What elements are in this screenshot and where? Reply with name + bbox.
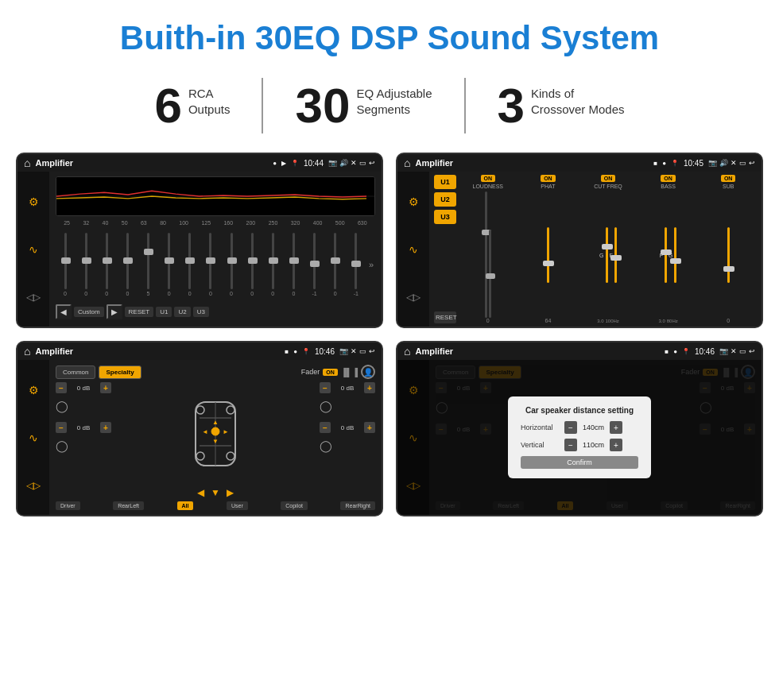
right-bot-plus[interactable]: +	[364, 422, 375, 433]
user-btn[interactable]: User	[227, 501, 248, 510]
eq-slider-9[interactable]: 0	[242, 233, 262, 296]
eq-slider-8[interactable]: 0	[222, 233, 241, 296]
horizontal-plus[interactable]: +	[610, 421, 622, 434]
home-icon-3[interactable]: ⌂	[24, 345, 30, 358]
eq-freq-labels: 253240506380100125160200250320400500630	[56, 219, 375, 226]
phat-label: PHAT	[541, 184, 555, 189]
fader-wave-icon[interactable]: ∿	[29, 431, 38, 444]
eq-slider-1[interactable]: 0	[76, 233, 95, 296]
fader-cam-icon: 📷	[339, 347, 348, 355]
loudness-on-badge[interactable]: ON	[481, 175, 496, 182]
crossover-u1-btn[interactable]: U1	[434, 175, 456, 189]
home-icon-2[interactable]: ⌂	[404, 157, 410, 169]
eq-wave-icon[interactable]: ∿	[29, 243, 38, 256]
eq-speaker-icon[interactable]: ◁▷	[26, 292, 41, 303]
confirm-btn[interactable]: Confirm	[521, 456, 638, 469]
fader-slider-icon: ▐▌▐	[341, 368, 358, 377]
stat-eq-number: 30	[295, 81, 350, 130]
crossover-back-icon[interactable]: ↩	[749, 159, 755, 167]
crossover-band-selector: U1 U2 U3 RESET	[434, 175, 456, 323]
right-top-plus[interactable]: +	[364, 382, 375, 393]
eq-slider-5[interactable]: 0	[160, 233, 179, 296]
eq-slider-7[interactable]: 0	[201, 233, 220, 296]
phat-on-badge[interactable]: ON	[541, 175, 556, 182]
eq-reset-btn[interactable]: RESET	[125, 307, 154, 317]
distance-location: 📍	[682, 348, 690, 355]
left-bot-minus[interactable]: −	[56, 422, 67, 433]
ctrl-sub: ON SUB 0	[700, 175, 757, 323]
crossover-tuner-icon[interactable]: ⚙	[409, 195, 419, 208]
eq-slider-10[interactable]: 0	[263, 233, 282, 296]
bass-on-badge[interactable]: ON	[661, 175, 676, 182]
all-btn[interactable]: All	[177, 501, 194, 510]
fader-on-badge[interactable]: ON	[323, 369, 338, 376]
eq-u3-btn[interactable]: U3	[193, 307, 209, 317]
eq-slider-0[interactable]: 0	[56, 233, 75, 296]
fader-time: 10:46	[315, 347, 335, 356]
eq-u2-btn[interactable]: U2	[174, 307, 190, 317]
crossover-u3-btn[interactable]: U3	[434, 210, 456, 224]
arrow-right[interactable]: ▶	[227, 487, 234, 498]
eq-next-btn[interactable]: ▶	[107, 304, 122, 319]
crossover-speaker-icon[interactable]: ◁▷	[406, 292, 421, 303]
eq-play: ▶	[281, 160, 286, 167]
eq-slider-14[interactable]: -1	[347, 233, 366, 296]
arrow-left[interactable]: ◀	[197, 487, 204, 498]
left-bot-val: 0 dB	[69, 424, 98, 431]
fader-tuner-icon[interactable]: ⚙	[29, 384, 39, 396]
eq-tuner-icon[interactable]: ⚙	[29, 195, 39, 208]
eq-prev-btn[interactable]: ◀	[56, 304, 72, 319]
stat-crossover-number: 3	[498, 81, 525, 130]
crossover-u2-btn[interactable]: U2	[434, 192, 456, 207]
vertical-plus[interactable]: +	[610, 439, 622, 451]
distance-dialog-overlay: Car speaker distance setting Horizontal …	[397, 360, 762, 515]
distance-vol-icon: ✕	[731, 347, 737, 355]
fader-back-icon[interactable]: ↩	[369, 347, 375, 355]
eq-custom-btn[interactable]: Custom	[74, 307, 104, 317]
crossover-time: 10:45	[684, 159, 703, 168]
arrow-down[interactable]: ▼	[211, 487, 220, 498]
eq-slider-4[interactable]: 5	[139, 233, 158, 296]
distance-back-icon[interactable]: ↩	[749, 347, 755, 355]
right-top-minus[interactable]: −	[320, 382, 331, 393]
horizontal-minus[interactable]: −	[564, 421, 577, 434]
sub-label: SUB	[723, 184, 734, 189]
eq-next-arrow[interactable]: »	[367, 258, 375, 271]
sub-on-badge[interactable]: ON	[721, 175, 736, 182]
crossover-reset-btn[interactable]: RESET	[434, 311, 456, 323]
svg-text:►: ►	[223, 428, 229, 435]
left-top-plus[interactable]: +	[100, 382, 111, 393]
tab-specialty[interactable]: Specialty	[99, 365, 141, 379]
crossover-wave-icon[interactable]: ∿	[409, 243, 418, 256]
rear-left-btn[interactable]: RearLeft	[113, 501, 144, 510]
eq-slider-12[interactable]: -1	[305, 233, 324, 296]
home-icon[interactable]: ⌂	[24, 157, 30, 169]
eq-back-icon[interactable]: ↩	[369, 159, 375, 167]
tab-common[interactable]: Common	[56, 365, 95, 379]
left-bot-plus[interactable]: +	[100, 422, 111, 433]
eq-slider-2[interactable]: 0	[97, 233, 116, 296]
eq-slider-6[interactable]: 0	[180, 233, 200, 296]
vertical-minus[interactable]: −	[564, 439, 577, 451]
home-icon-4[interactable]: ⌂	[404, 345, 410, 358]
eq-slider-11[interactable]: 0	[284, 233, 303, 296]
fader-status-bar: ⌂ Amplifier ■ ● 📍 10:46 📷 ✕ ▭ ↩	[17, 342, 382, 360]
right-bot-minus[interactable]: −	[320, 422, 331, 433]
eq-slider-13[interactable]: 0	[326, 233, 345, 296]
fader-speaker-icon[interactable]: ◁▷	[26, 480, 41, 491]
eq-sliders-row: 0 0 0 0 5 0 0 0 0 0 0 0 -1 0 -1 »	[56, 230, 375, 299]
person-icon: 👤	[361, 365, 375, 379]
eq-u1-btn[interactable]: U1	[156, 307, 172, 317]
left-top-minus[interactable]: −	[56, 382, 67, 393]
driver-btn[interactable]: Driver	[56, 501, 80, 510]
svg-point-10	[211, 427, 219, 435]
distance-dot2: ●	[673, 348, 677, 355]
crossover-close-icon: ✕	[731, 159, 737, 167]
distance-dialog: Car speaker distance setting Horizontal …	[508, 396, 651, 478]
eq-slider-3[interactable]: 0	[118, 233, 137, 296]
cutfreq-on-badge[interactable]: ON	[601, 175, 616, 182]
distance-dot: ■	[665, 348, 669, 355]
copilot-btn[interactable]: Copilot	[281, 501, 308, 510]
distance-screen: ⌂ Amplifier ■ ● 📍 10:46 📷 ✕ ▭ ↩ ⚙ ∿ ◁▷ C…	[396, 341, 763, 516]
rear-right-btn[interactable]: RearRight	[340, 501, 375, 510]
